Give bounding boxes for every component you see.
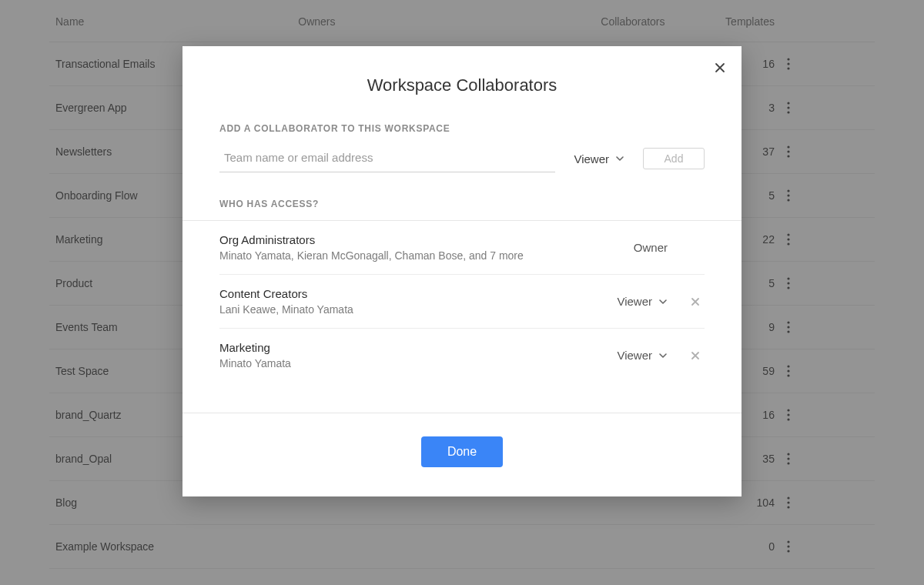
chevron-down-icon (658, 351, 668, 360)
add-section-label: ADD A COLLABORATOR TO THIS WORKSPACE (219, 123, 705, 134)
add-collaborator-row: Viewer Add (219, 145, 705, 172)
access-entry-members: Lani Keawe, Minato Yamata (219, 303, 617, 316)
role-dropdown[interactable]: Viewer (574, 152, 624, 165)
access-role-dropdown[interactable]: Viewer (617, 295, 668, 308)
collaborators-modal: Workspace Collaborators ADD A COLLABORAT… (182, 46, 742, 496)
remove-access-button[interactable] (686, 346, 705, 365)
access-role-text: Viewer (617, 349, 652, 362)
add-collaborator-section: ADD A COLLABORATOR TO THIS WORKSPACE Vie… (182, 123, 742, 413)
access-role-label: Owner (634, 241, 668, 254)
access-row: Content CreatorsLani Keawe, Minato Yamat… (219, 275, 705, 329)
add-button[interactable]: Add (643, 148, 705, 169)
close-button[interactable] (708, 55, 732, 80)
access-entry-name: Marketing (219, 341, 617, 354)
remove-spacer (686, 239, 705, 257)
access-entry-members: Minato Yamata (219, 357, 617, 369)
role-dropdown-label: Viewer (574, 152, 609, 165)
access-entry-members: Minato Yamata, Kieran McGonagall, Chaman… (219, 249, 634, 262)
access-info: Content CreatorsLani Keawe, Minato Yamat… (219, 287, 617, 316)
access-info: Org AdministratorsMinato Yamata, Kieran … (219, 233, 634, 262)
modal-title: Workspace Collaborators (182, 46, 742, 109)
remove-access-button[interactable] (686, 292, 705, 311)
access-row: MarketingMinato YamataViewer (219, 329, 705, 382)
done-button[interactable]: Done (421, 436, 503, 467)
access-entry-name: Org Administrators (219, 233, 634, 246)
access-role-dropdown[interactable]: Viewer (617, 349, 668, 362)
access-info: MarketingMinato Yamata (219, 341, 617, 369)
access-role-text: Owner (634, 241, 668, 254)
access-entry-name: Content Creators (219, 287, 617, 300)
close-icon (714, 62, 726, 74)
collaborator-input[interactable] (219, 145, 555, 172)
modal-footer: Done (182, 413, 742, 496)
access-row: Org AdministratorsMinato Yamata, Kieran … (219, 221, 705, 275)
access-list: Org AdministratorsMinato Yamata, Kieran … (219, 221, 705, 382)
close-icon (690, 296, 701, 307)
access-section-label: WHO HAS ACCESS? (219, 199, 705, 209)
chevron-down-icon (658, 297, 668, 306)
close-icon (690, 350, 701, 361)
access-role-text: Viewer (617, 295, 652, 308)
chevron-down-icon (615, 154, 624, 163)
